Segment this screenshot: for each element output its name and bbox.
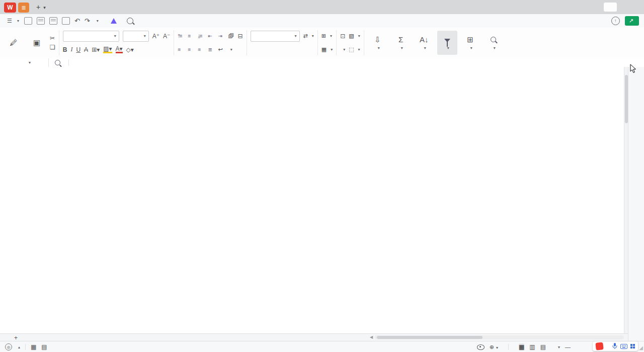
ribbon-toolbar: 🖉 ▣ ✂ ❏ ▾ ▾ A⁺ bbox=[0, 27, 644, 59]
sogou-logo-icon[interactable] bbox=[595, 342, 603, 350]
page-layout-view-icon[interactable]: ▥ bbox=[529, 343, 535, 350]
mouse-cursor bbox=[630, 64, 637, 74]
right-sidebar bbox=[628, 67, 644, 341]
horizontal-scrollbar[interactable]: ◀ bbox=[370, 334, 624, 340]
export-icon[interactable] bbox=[37, 17, 45, 25]
freeze-icon: ⊞ bbox=[467, 36, 473, 43]
table-style-button[interactable]: ▧▾ bbox=[349, 33, 360, 39]
merge-cells-button[interactable]: ▾ bbox=[227, 47, 232, 52]
font-color-button[interactable]: A▾ bbox=[116, 46, 123, 53]
menu-bar-right: ↑ ↗ bbox=[611, 14, 639, 27]
decrease-indent-icon[interactable]: ⇤ bbox=[208, 33, 214, 39]
align-middle-icon[interactable]: ≡ bbox=[188, 33, 194, 39]
undo-icon[interactable]: ↶ bbox=[74, 17, 80, 25]
increase-indent-icon[interactable]: ⇥ bbox=[218, 33, 224, 39]
strikethrough-button[interactable]: A bbox=[84, 46, 88, 53]
chevron-down-icon[interactable]: ▾ bbox=[558, 345, 560, 349]
filter-button[interactable]: ▾ bbox=[437, 31, 457, 55]
formula-bar: ▾ bbox=[0, 58, 644, 67]
add-sheet-button[interactable]: + bbox=[14, 334, 18, 341]
rows-cols-button[interactable]: ⊞▾ bbox=[321, 33, 332, 39]
funnel-icon bbox=[444, 36, 450, 43]
align-left-icon[interactable]: ≡ bbox=[178, 47, 184, 52]
rows-cols-icon: ⊞ bbox=[321, 33, 326, 39]
borders-button[interactable]: ⊞▾ bbox=[92, 46, 100, 53]
file-menu[interactable]: ☰ ▾ bbox=[7, 18, 19, 24]
paste-button[interactable]: ▣ bbox=[27, 31, 47, 55]
bold-button[interactable]: B bbox=[63, 46, 67, 53]
normal-view-icon[interactable]: ▦ bbox=[519, 343, 524, 350]
highlight-rules-icon[interactable]: ⊡ bbox=[340, 33, 345, 40]
keyboard-icon[interactable] bbox=[620, 344, 627, 349]
chevron-down-icon: ▾ bbox=[114, 34, 116, 38]
chevron-down-icon[interactable]: ▾ bbox=[97, 19, 99, 23]
fill-color-button[interactable]: ▨▾ bbox=[103, 46, 112, 53]
font-size-select[interactable]: ▾ bbox=[123, 31, 149, 42]
ime-toolbox-icon[interactable] bbox=[630, 344, 635, 348]
find-button[interactable]: ▾ bbox=[484, 31, 504, 55]
align-bottom-icon[interactable]: ⤓≡ bbox=[198, 33, 204, 39]
eye-icon[interactable] bbox=[477, 344, 485, 350]
merge-center-icon[interactable]: ⊟ bbox=[237, 33, 243, 40]
system-menu-button[interactable]: ◎ ▴ bbox=[5, 343, 20, 350]
share-icon: ↗ bbox=[629, 18, 633, 24]
avatar[interactable] bbox=[604, 3, 617, 12]
sort-button[interactable]: A↓ ▾ bbox=[414, 31, 434, 55]
underline-button[interactable]: U bbox=[76, 46, 80, 53]
fill-button[interactable]: ⇩ ▾ bbox=[368, 31, 388, 55]
justify-icon[interactable]: ≣ bbox=[208, 47, 214, 52]
zoom-out-button[interactable]: — bbox=[565, 344, 571, 350]
format-painter-button[interactable]: 🖉 bbox=[4, 31, 24, 55]
wps-logo-icon[interactable]: W bbox=[4, 3, 16, 13]
wps-ai-button[interactable] bbox=[106, 18, 124, 24]
decrease-font-icon[interactable]: A⁻ bbox=[163, 33, 170, 40]
sigma-icon: Σ bbox=[398, 36, 403, 43]
worksheet-button[interactable]: ▦▾ bbox=[321, 46, 333, 53]
new-tab-button[interactable]: + bbox=[36, 3, 40, 11]
italic-button[interactable]: I bbox=[70, 46, 72, 53]
print-icon[interactable] bbox=[49, 17, 57, 25]
chevron-down-icon: ▾ bbox=[29, 60, 31, 65]
save-icon[interactable] bbox=[24, 17, 32, 25]
status-outline-icon[interactable]: ▤ bbox=[41, 343, 47, 350]
resize-handle[interactable]: ◢ bbox=[639, 345, 643, 350]
orientation-icon[interactable]: 🗊 bbox=[228, 33, 234, 40]
align-top-icon[interactable]: ⤒≡ bbox=[178, 33, 184, 39]
name-box[interactable]: ▾ bbox=[0, 58, 49, 67]
page-break-view-icon[interactable]: ▤ bbox=[540, 343, 546, 350]
spreadsheet-grid bbox=[0, 67, 624, 333]
redo-icon[interactable]: ↷ bbox=[85, 17, 90, 25]
increase-font-icon[interactable]: A⁺ bbox=[152, 33, 159, 40]
freeze-button[interactable]: ⊞ ▾ bbox=[460, 31, 480, 55]
tab-list-caret-icon[interactable]: ▾ bbox=[43, 5, 46, 10]
worksheet-icon: ▦ bbox=[321, 46, 327, 53]
copy-icon[interactable]: ❏ bbox=[50, 44, 55, 51]
align-center-icon[interactable]: ≡ bbox=[188, 47, 194, 52]
zoom-formula-icon[interactable] bbox=[55, 60, 60, 65]
wrap-text-button[interactable]: ↩ bbox=[218, 46, 223, 53]
number-format-select[interactable]: ▾ bbox=[251, 31, 300, 42]
microphone-icon[interactable] bbox=[612, 343, 617, 349]
sort-icon: A↓ bbox=[420, 36, 429, 43]
conditional-format-button[interactable]: ▾ bbox=[340, 47, 345, 52]
cell-style-button[interactable]: ⬚▾ bbox=[349, 46, 360, 53]
format-painter-icon: 🖉 bbox=[10, 39, 18, 46]
docs-home-icon[interactable]: ≣ bbox=[18, 3, 29, 13]
align-right-icon[interactable]: ≡ bbox=[198, 47, 204, 52]
convert-button[interactable]: ⇄▾ bbox=[303, 33, 314, 39]
fill-icon: ⇩ bbox=[374, 36, 381, 43]
status-grid-icon[interactable]: ▦ bbox=[31, 343, 36, 350]
cut-icon[interactable]: ✂ bbox=[50, 35, 55, 42]
upload-cloud-icon[interactable]: ↑ bbox=[611, 17, 620, 25]
paste-icon: ▣ bbox=[33, 39, 40, 46]
eraser-button[interactable]: ◇▾ bbox=[126, 46, 134, 53]
selection-locator-icon[interactable]: ⊕▾ bbox=[490, 344, 498, 350]
search-icon[interactable] bbox=[127, 18, 133, 24]
sum-button[interactable]: Σ ▾ bbox=[391, 31, 411, 55]
preview-icon[interactable] bbox=[62, 17, 70, 25]
font-name-select[interactable]: ▾ bbox=[63, 31, 119, 42]
cell-style-icon: ⬚ bbox=[349, 46, 354, 53]
status-bar: ◎ ▴ ▦ ▤ ⊕▾ ▦ ▥ ▤ ▾ — bbox=[0, 341, 644, 352]
freeze-label: ▾ bbox=[468, 44, 472, 50]
share-button[interactable]: ↗ bbox=[625, 16, 639, 26]
